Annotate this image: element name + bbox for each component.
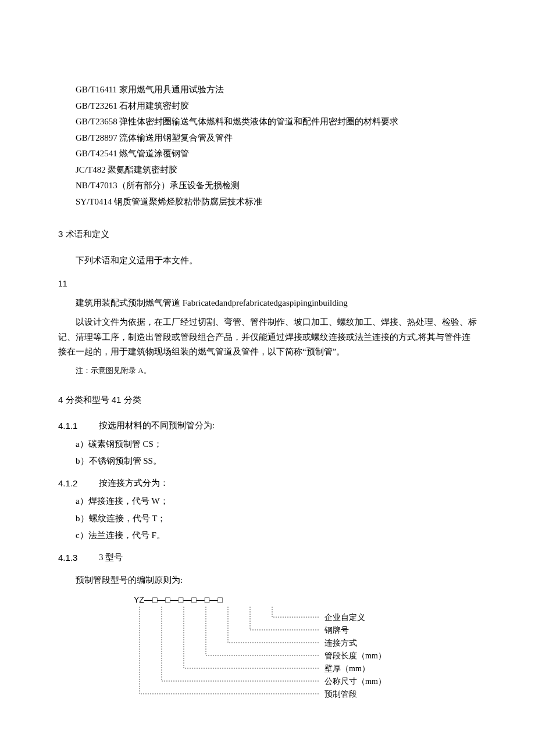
clause-number: 4.1.1 (58, 418, 99, 433)
std-item: JC/T482 聚氨酯建筑密封胶 (76, 163, 477, 178)
clause-4-1-1: 4.1.1 按选用材料的不同预制管分为: (58, 418, 477, 433)
clause-4-1-2: 4.1.2 按连接方式分为： (58, 476, 477, 491)
option-item: b）不锈钢预制管 SS。 (76, 454, 477, 469)
option-item: a）焊接连接，代号 W； (76, 494, 477, 509)
clause-4-1-1-options: a）碳素钢预制管 CS； b）不锈钢预制管 SS。 (76, 437, 477, 469)
code-breakdown-svg: YZ—□—□—□—□—□—□ 企业自定义 钢牌号 连接方式 管段长度（mm） 壁… (134, 594, 459, 710)
diagram-label: 预制管段 (324, 690, 357, 698)
option-item: a）碳素钢预制管 CS； (76, 437, 477, 452)
std-item: NB/T47013（所有部分）承压设备无损检测 (76, 178, 477, 194)
clause-4-1-2-options: a）焊接连接，代号 W； b）螺纹连接，代号 T； c）法兰连接，代号 F。 (76, 494, 477, 543)
diagram-label: 连接方式 (324, 639, 357, 647)
section-3-intro: 下列术语和定义适用于本文件。 (76, 253, 477, 268)
term-definition: 以设计文件为依据，在工厂经过切割、弯管、管件制作、坡口加工、螺纹加工、焊接、热处… (58, 315, 477, 360)
std-item: GB/T28897 流体输送用钢塑复合管及管件 (76, 131, 477, 146)
std-item: GB/T23658 弹性体密封圈输送气体燃料和燃类液体的管道和配件用密封圈的材料… (76, 114, 477, 130)
option-item: b）螺纹连接，代号 T； (76, 511, 477, 526)
std-item: GB/T42541 燃气管道涂覆钢管 (76, 146, 477, 162)
option-item: c）法兰连接，代号 F。 (76, 528, 477, 543)
clause-11-number: 11 (58, 277, 477, 291)
std-item: GB/T16411 家用燃气用具通用试验方法 (76, 83, 477, 98)
clause-number: 4.1.2 (58, 476, 99, 491)
term-name: 建筑用装配式预制燃气管道 Fabricatedandprefabricatedg… (58, 296, 477, 311)
clause-number: 4.1.3 (58, 550, 99, 565)
clause-text: 3 型号 (99, 550, 477, 565)
diagram-label: 壁厚（mm） (324, 664, 370, 673)
section-3-heading: 3 术语和定义 (58, 227, 477, 242)
diagram-label: 企业自定义 (324, 613, 365, 622)
clause-4-1-3: 4.1.3 3 型号 (58, 550, 477, 565)
diagram-label: 钢牌号 (324, 626, 349, 635)
section-4-heading: 4 分类和型号 41 分类 (58, 392, 477, 407)
model-code-diagram: YZ—□—□—□—□—□—□ 企业自定义 钢牌号 连接方式 管段长度（mm） 壁… (134, 594, 477, 715)
std-item: GB/T23261 石材用建筑密封胶 (76, 99, 477, 114)
diagram-label: 公称尺寸（mm） (324, 677, 386, 686)
clause-text: 按选用材料的不同预制管分为: (99, 418, 477, 433)
std-item: SY/T0414 钢质管道聚烯烃胶粘带防腐层技术标准 (76, 195, 477, 210)
standards-reference-list: GB/T16411 家用燃气用具通用试验方法 GB/T23261 石材用建筑密封… (76, 83, 477, 209)
diagram-label: 管段长度（mm） (324, 651, 386, 660)
code-string: YZ—□—□—□—□—□—□ (134, 595, 223, 604)
term-note: 注：示意图见附录 A。 (76, 364, 477, 377)
model-intro: 预制管段型号的编制原则为: (76, 573, 477, 588)
clause-text: 按连接方式分为： (99, 476, 477, 491)
